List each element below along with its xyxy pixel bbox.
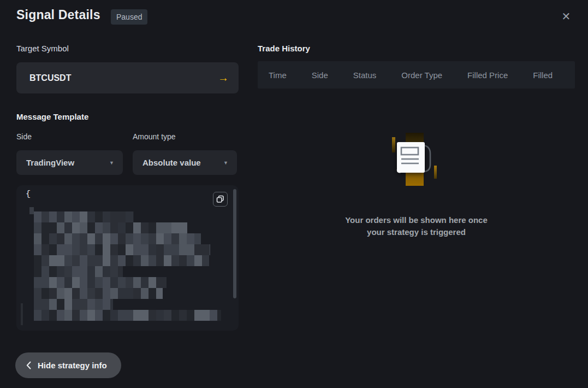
redacted-cell (133, 222, 141, 233)
target-symbol-label: Target Symbol (16, 44, 69, 53)
redacted-cell (179, 244, 187, 255)
redacted-cell (72, 288, 80, 299)
redacted-cell (194, 255, 202, 266)
redacted-code-row (34, 288, 163, 299)
redacted-cell (110, 255, 118, 266)
redacted-cell (49, 222, 57, 233)
redacted-cell (41, 255, 49, 266)
redacted-cell (171, 255, 179, 266)
redacted-cell (95, 233, 103, 244)
redacted-cell (64, 233, 72, 244)
redacted-cell (87, 288, 95, 299)
close-icon[interactable]: ✕ (557, 8, 575, 25)
redacted-cell (179, 233, 187, 244)
redacted-cell (110, 244, 118, 255)
redacted-cell (133, 255, 141, 266)
redacted-cell (126, 222, 133, 233)
hide-strategy-info-button[interactable]: Hide strategy info (15, 352, 121, 378)
candle-tick (434, 166, 437, 179)
redacted-cell (141, 288, 149, 299)
redacted-cell (95, 266, 103, 277)
redacted-cell (34, 244, 41, 255)
message-template-code-block[interactable]: { (16, 185, 239, 331)
redacted-cell (126, 288, 133, 299)
amount-type-dropdown[interactable]: Absolute value ▼ (133, 150, 237, 175)
redacted-cell (164, 233, 171, 244)
redacted-cell (49, 211, 57, 222)
redacted-cell (41, 244, 49, 255)
redacted-cell (72, 244, 80, 255)
redacted-cell (156, 255, 164, 266)
redacted-cell (118, 211, 126, 222)
redacted-code-content (34, 211, 221, 321)
trade-history-label: Trade History (258, 44, 310, 53)
column-header-filled-price: Filled Price (467, 70, 508, 80)
redacted-cell (141, 310, 149, 321)
redacted-cell (202, 310, 210, 321)
hide-strategy-info-label: Hide strategy info (38, 361, 107, 370)
empty-state-line1: Your orders will be shown here once (258, 214, 575, 226)
redacted-cell (171, 222, 179, 233)
arrow-right-icon[interactable]: → (218, 72, 229, 84)
chevron-left-icon (26, 361, 31, 369)
redacted-cell (57, 211, 64, 222)
redacted-cell (194, 310, 202, 321)
code-scrollbar[interactable] (233, 189, 236, 298)
signal-details-modal: Signal Details Paused ✕ Target Symbol BT… (0, 0, 588, 388)
redacted-cell (87, 222, 95, 233)
target-symbol-field[interactable]: BTCUSDT → (16, 62, 239, 93)
redacted-cell (141, 222, 149, 233)
redacted-code-row (34, 266, 123, 277)
side-label: Side (16, 132, 32, 141)
redacted-cell (141, 233, 149, 244)
redacted-cell (149, 255, 156, 266)
side-dropdown-value: TradingView (26, 158, 74, 167)
redacted-cell (87, 233, 95, 244)
redacted-cell (187, 222, 187, 233)
redacted-cell (95, 211, 103, 222)
redacted-cell (87, 277, 95, 288)
redacted-cell (80, 310, 87, 321)
redacted-cell (187, 255, 194, 266)
redacted-cell (34, 266, 41, 277)
redacted-cell (95, 310, 103, 321)
redacted-cell (118, 244, 126, 255)
redacted-cell (179, 222, 187, 233)
redacted-cell (72, 233, 80, 244)
redacted-cell (110, 266, 118, 277)
redacted-cell (110, 299, 113, 310)
code-open-brace: { (26, 190, 31, 199)
redacted-cell (72, 222, 80, 233)
redacted-code-row (34, 211, 134, 222)
redacted-cell (57, 266, 64, 277)
redacted-cell (64, 211, 72, 222)
redacted-cell (103, 277, 110, 288)
redacted-cell (179, 310, 187, 321)
redacted-cell (149, 233, 156, 244)
redacted-cell (103, 211, 110, 222)
side-dropdown[interactable]: TradingView ▼ (16, 150, 123, 175)
order-document-icon (372, 126, 460, 190)
copy-button[interactable] (213, 192, 228, 207)
redacted-cell (126, 255, 133, 266)
redacted-cell (141, 244, 149, 255)
empty-state-message: Your orders will be shown here once your… (258, 214, 575, 238)
redacted-cell (41, 299, 49, 310)
redacted-cell (80, 222, 87, 233)
redacted-cell (64, 266, 72, 277)
redacted-cell (187, 310, 194, 321)
redacted-cell (149, 310, 156, 321)
redacted-cell (80, 255, 87, 266)
redacted-cell (87, 266, 95, 277)
redacted-cell (171, 310, 179, 321)
redacted-cell (80, 299, 87, 310)
redacted-cell (126, 310, 133, 321)
redacted-cell (149, 277, 156, 288)
redacted-cell (126, 233, 133, 244)
redacted-cell (156, 233, 164, 244)
redacted-cell (64, 255, 72, 266)
redacted-cell (41, 222, 49, 233)
column-header-filled: Filled (533, 70, 553, 80)
redacted-cell (118, 310, 126, 321)
redacted-cell (57, 299, 64, 310)
